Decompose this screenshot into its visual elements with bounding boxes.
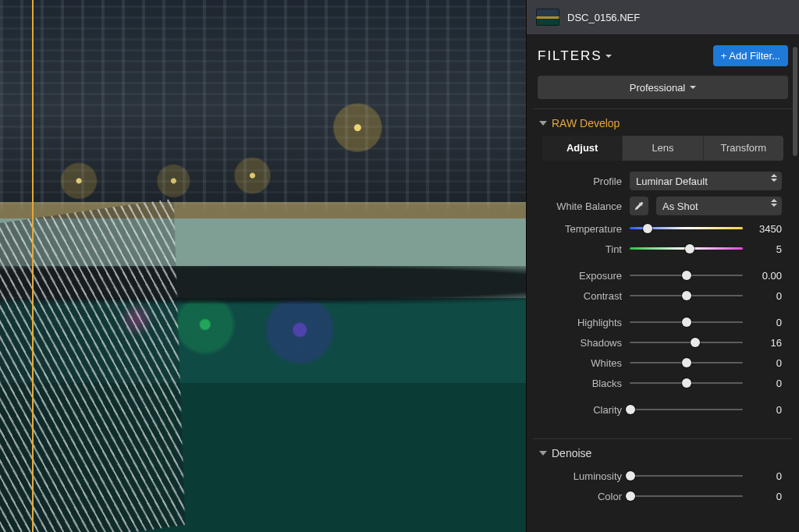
slider-whites[interactable] (630, 356, 743, 370)
disclosure-triangle-icon (539, 451, 547, 456)
slider-contrast[interactable] (630, 289, 743, 303)
panel-header-denoise[interactable]: Denoise (538, 445, 788, 466)
file-thumbnail (536, 9, 559, 26)
value-exposure: 0.00 (751, 270, 782, 282)
row-color: Color 0 (538, 486, 788, 506)
eyedropper-button[interactable] (630, 197, 648, 215)
filters-title-text: FILTERS (538, 48, 602, 64)
filters-header: FILTERS + Add Filter... (527, 34, 799, 76)
label-clarity: Clarity (544, 404, 622, 416)
image-canvas[interactable] (0, 0, 526, 532)
value-contrast: 0 (751, 290, 782, 302)
row-blacks: Blacks 0 (538, 373, 788, 393)
tab-lens[interactable]: Lens (622, 136, 702, 161)
chevron-down-icon (690, 86, 696, 89)
eyedropper-icon (634, 200, 645, 211)
row-white-balance: White Balance As Shot (538, 193, 788, 218)
tab-adjust[interactable]: Adjust (542, 136, 622, 161)
label-color: Color (544, 491, 622, 502)
row-profile: Profile Luminar Default (538, 168, 788, 193)
value-highlights: 0 (751, 317, 782, 328)
profile-value: Luminar Default (636, 176, 708, 187)
slider-clarity[interactable] (630, 403, 743, 417)
panel-denoise: Denoise Luminosity 0 Color 0 (533, 438, 793, 514)
tab-transform[interactable]: Transform (703, 136, 783, 161)
crop-guide-line[interactable] (32, 0, 34, 532)
label-white-balance: White Balance (544, 200, 622, 212)
updown-icon (771, 199, 777, 207)
label-tint: Tint (544, 243, 622, 255)
right-panel: DSC_0156.NEF FILTERS + Add Filter... Pro… (526, 0, 799, 532)
slider-tint[interactable] (630, 242, 743, 256)
row-contrast: Contrast 0 (538, 286, 788, 306)
file-strip[interactable]: DSC_0156.NEF (527, 0, 799, 34)
value-whites: 0 (751, 357, 782, 369)
label-blacks: Blacks (544, 378, 622, 389)
filters-title[interactable]: FILTERS (538, 48, 612, 64)
label-luminosity: Luminosity (544, 470, 622, 482)
row-exposure: Exposure 0.00 (538, 265, 788, 286)
slider-color[interactable] (630, 489, 743, 503)
panel-scrollbar[interactable] (793, 47, 797, 156)
value-shadows: 16 (751, 337, 782, 349)
add-filter-button[interactable]: + Add Filter... (713, 45, 788, 66)
label-shadows: Shadows (544, 337, 622, 349)
row-tint: Tint 5 (538, 239, 788, 259)
white-balance-select[interactable]: As Shot (656, 197, 782, 215)
value-blacks: 0 (751, 378, 782, 389)
row-whites: Whites 0 (538, 353, 788, 373)
panel-title: Denoise (552, 447, 591, 459)
disclosure-triangle-icon (539, 121, 547, 126)
panel-title: RAW Develop (552, 117, 620, 129)
slider-blacks[interactable] (630, 376, 743, 390)
slider-temperature[interactable] (630, 222, 743, 236)
slider-exposure[interactable] (630, 268, 743, 282)
label-whites: Whites (544, 357, 622, 369)
panel-header-raw[interactable]: RAW Develop (538, 115, 788, 136)
white-balance-value: As Shot (662, 200, 698, 212)
value-luminosity: 0 (751, 470, 782, 482)
label-temperature: Temperature (544, 223, 622, 235)
row-luminosity: Luminosity 0 (538, 466, 788, 486)
row-shadows: Shadows 16 (538, 332, 788, 353)
app-root: DSC_0156.NEF FILTERS + Add Filter... Pro… (0, 0, 799, 532)
chevron-down-icon (605, 55, 612, 58)
slider-shadows[interactable] (630, 335, 743, 349)
file-name: DSC_0156.NEF (567, 12, 640, 23)
value-tint: 5 (751, 243, 782, 255)
label-highlights: Highlights (544, 317, 622, 328)
label-exposure: Exposure (544, 270, 622, 282)
slider-knob[interactable] (685, 244, 694, 254)
slider-knob[interactable] (643, 224, 652, 233)
label-profile: Profile (544, 176, 622, 187)
updown-icon (771, 174, 777, 182)
preview-image-foreground (0, 199, 185, 532)
row-temperature: Temperature 3450 (538, 218, 788, 239)
row-clarity: Clarity 0 (538, 399, 788, 420)
slider-highlights[interactable] (630, 315, 743, 329)
panel-raw-develop: RAW Develop Adjust Lens Transform Profil… (533, 108, 793, 427)
raw-tabs: Adjust Lens Transform (542, 136, 783, 161)
profile-select[interactable]: Luminar Default (630, 172, 782, 190)
value-color: 0 (751, 491, 782, 502)
value-temperature: 3450 (751, 223, 782, 235)
value-clarity: 0 (751, 404, 782, 416)
workspace-preset-label: Professional (630, 82, 686, 94)
row-highlights: Highlights 0 (538, 312, 788, 332)
slider-luminosity[interactable] (630, 469, 743, 483)
label-contrast: Contrast (544, 290, 622, 302)
workspace-preset-select[interactable]: Professional (538, 76, 788, 99)
